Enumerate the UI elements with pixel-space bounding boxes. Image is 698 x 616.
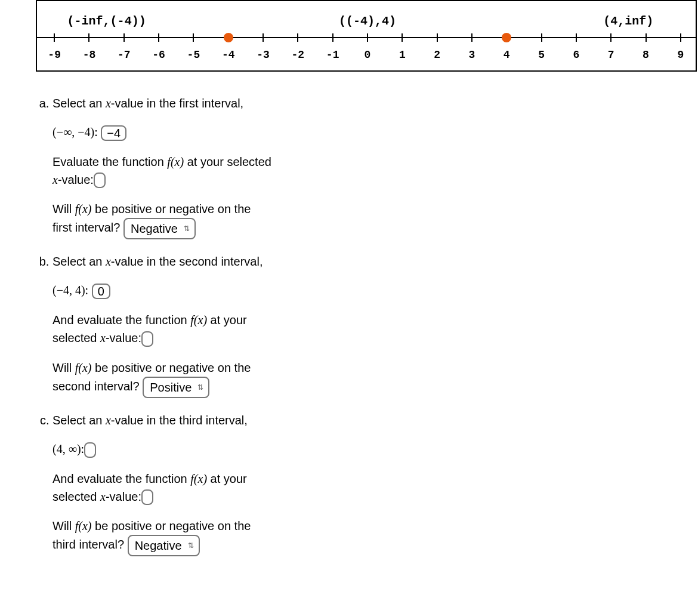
text: first interval? bbox=[52, 221, 120, 235]
interval-label: ((-4),4) bbox=[339, 14, 396, 28]
text: -value in the second interval, bbox=[111, 255, 263, 268]
text: Will bbox=[52, 361, 75, 374]
tick-label: -8 bbox=[83, 49, 96, 61]
tick-label: -3 bbox=[257, 49, 270, 61]
text: at your bbox=[207, 313, 247, 327]
text: Select an bbox=[52, 255, 106, 268]
text: be positive or negative on the bbox=[92, 519, 251, 532]
fn: f(x) bbox=[167, 155, 184, 168]
chevron-updown-icon: ⇅ bbox=[197, 384, 203, 391]
text: third interval? bbox=[52, 538, 124, 552]
question-b: Select an x-value in the second interval… bbox=[52, 252, 358, 398]
text: Select an bbox=[52, 414, 106, 427]
var-x: x bbox=[106, 414, 111, 427]
text: at your selected bbox=[184, 155, 271, 168]
fvalue-input-b[interactable] bbox=[141, 331, 153, 347]
tick bbox=[646, 33, 647, 42]
tick-label: 0 bbox=[365, 49, 371, 61]
tick bbox=[680, 33, 681, 42]
var-x: x bbox=[106, 255, 111, 268]
tick-label: 4 bbox=[504, 49, 510, 61]
tick bbox=[297, 33, 298, 42]
text: -value: bbox=[58, 173, 94, 186]
chevron-updown-icon: ⇅ bbox=[188, 542, 194, 549]
interval-label: (-inf,(-4)) bbox=[67, 14, 146, 28]
interval-b: (−4, 4): bbox=[52, 284, 88, 297]
var-x: x bbox=[106, 97, 111, 110]
text: And evaluate the function bbox=[52, 313, 190, 327]
tick bbox=[610, 33, 611, 42]
select-value: Positive bbox=[150, 378, 192, 396]
fn: f(x) bbox=[75, 202, 92, 215]
text: second interval? bbox=[52, 380, 140, 393]
fn: f(x) bbox=[75, 361, 92, 374]
tick-label: -6 bbox=[152, 49, 165, 61]
fn: f(x) bbox=[190, 313, 207, 327]
tick-label: 2 bbox=[434, 49, 440, 61]
tick bbox=[262, 33, 264, 42]
question-a: Select an x-value in the first interval,… bbox=[52, 94, 358, 239]
tick bbox=[88, 33, 89, 42]
question-c: Select an x-value in the third interval,… bbox=[52, 411, 358, 556]
tick-label: 1 bbox=[399, 49, 406, 61]
tick-label: -4 bbox=[222, 49, 235, 61]
tick-label: 8 bbox=[643, 49, 649, 61]
var-x: x bbox=[100, 331, 106, 344]
chevron-updown-icon: ⇅ bbox=[184, 225, 190, 232]
tick-label: -7 bbox=[118, 49, 131, 61]
xvalue-input-a[interactable]: −4 bbox=[101, 125, 126, 141]
interval-c: (4, ∞): bbox=[52, 442, 84, 455]
select-value: Negative bbox=[131, 220, 178, 238]
tick bbox=[576, 33, 577, 42]
text: be positive or negative on the bbox=[92, 361, 251, 374]
text: at your bbox=[207, 472, 247, 485]
fvalue-input-a[interactable] bbox=[94, 173, 106, 188]
tick-label: -2 bbox=[292, 49, 305, 61]
interval-label: (4,inf) bbox=[603, 14, 653, 28]
tick bbox=[367, 33, 368, 42]
text: Evaluate the function bbox=[52, 155, 167, 168]
tick-label: -5 bbox=[187, 49, 200, 61]
select-value: Negative bbox=[135, 537, 182, 555]
tick bbox=[193, 33, 194, 42]
tick-label: 6 bbox=[573, 49, 579, 61]
tick bbox=[541, 33, 542, 42]
text: be positive or negative on the bbox=[92, 202, 251, 215]
tick-label: 9 bbox=[677, 49, 684, 61]
fvalue-input-c[interactable] bbox=[141, 489, 153, 505]
xvalue-input-c[interactable] bbox=[84, 442, 96, 458]
interval-a: (−∞, −4): bbox=[52, 125, 98, 138]
tick bbox=[471, 33, 472, 42]
text: -value in the third interval, bbox=[111, 414, 248, 427]
sign-select-c[interactable]: Negative ⇅ bbox=[128, 535, 200, 556]
text: Will bbox=[52, 202, 75, 215]
tick-label: 7 bbox=[608, 49, 614, 61]
tick bbox=[158, 33, 159, 42]
tick bbox=[437, 33, 438, 42]
text: selected bbox=[52, 331, 100, 344]
var-x: x bbox=[52, 173, 58, 186]
text: Select an bbox=[52, 97, 106, 110]
tick-label: -9 bbox=[48, 49, 61, 61]
text: -value: bbox=[106, 490, 141, 503]
fn: f(x) bbox=[75, 519, 92, 532]
text: -value in the first interval, bbox=[111, 97, 243, 110]
xvalue-input-b[interactable]: 0 bbox=[92, 284, 110, 299]
sign-select-a[interactable]: Negative ⇅ bbox=[123, 218, 196, 239]
number-line-chart: -9-8-7-6-5-4-3-2-10123456789(-inf,(-4))(… bbox=[36, 0, 697, 72]
tick bbox=[401, 33, 403, 42]
text: -value: bbox=[106, 331, 141, 344]
boundary-dot bbox=[502, 33, 511, 42]
tick bbox=[332, 33, 333, 42]
var-x: x bbox=[100, 490, 106, 503]
tick-label: 3 bbox=[469, 49, 475, 61]
text: selected bbox=[52, 490, 100, 503]
sign-select-b[interactable]: Positive ⇅ bbox=[143, 377, 209, 398]
text: And evaluate the function bbox=[52, 472, 190, 485]
tick-label: 5 bbox=[538, 49, 545, 61]
tick-label: -1 bbox=[326, 49, 339, 61]
axis-line bbox=[37, 37, 696, 38]
boundary-dot bbox=[224, 33, 233, 42]
tick bbox=[123, 33, 125, 42]
text: Will bbox=[52, 519, 75, 532]
